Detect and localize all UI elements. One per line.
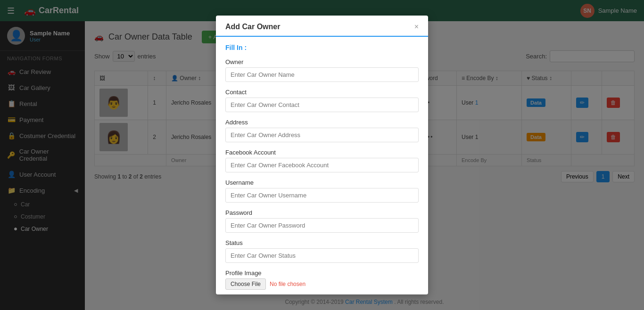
form-group-username: Username: [225, 179, 419, 203]
label-username: Username: [225, 179, 419, 186]
modal-overlay: Add Car Owner × Fill In : Owner Contact …: [0, 0, 644, 310]
form-group-facebook: Facebook Account: [225, 149, 419, 172]
label-status: Status: [225, 239, 419, 246]
label-contact: Contact: [225, 89, 419, 96]
input-contact[interactable]: [225, 98, 419, 112]
modal-body: Fill In : Owner Contact Address Facebook…: [216, 37, 428, 294]
input-facebook[interactable]: [225, 158, 419, 172]
form-group-status: Status: [225, 239, 419, 263]
input-username[interactable]: [225, 188, 419, 203]
modal-close-x-button[interactable]: ×: [414, 23, 419, 31]
input-status[interactable]: [225, 248, 419, 263]
fill-in-label: Fill In :: [225, 44, 419, 51]
form-group-address: Address: [225, 119, 419, 142]
label-owner: Owner: [225, 58, 419, 65]
label-facebook: Facebook Account: [225, 149, 419, 156]
file-input-row: Choose File No file chosen: [225, 278, 419, 290]
input-owner[interactable]: [225, 67, 419, 82]
choose-file-button[interactable]: Choose File: [225, 278, 266, 290]
modal-header: Add Car Owner ×: [216, 16, 428, 37]
label-password: Password: [225, 209, 419, 216]
form-group-profile-image: Profile Image Choose File No file chosen: [225, 269, 419, 290]
input-password[interactable]: [225, 218, 419, 233]
form-group-owner: Owner: [225, 58, 419, 82]
no-file-chosen-text: No file chosen: [270, 281, 305, 287]
input-address[interactable]: [225, 128, 419, 142]
form-group-password: Password: [225, 209, 419, 233]
label-address: Address: [225, 119, 419, 126]
modal-title: Add Car Owner: [225, 23, 280, 31]
form-group-contact: Contact: [225, 89, 419, 112]
label-profile-image: Profile Image: [225, 269, 419, 277]
add-car-owner-modal: Add Car Owner × Fill In : Owner Contact …: [216, 16, 428, 294]
